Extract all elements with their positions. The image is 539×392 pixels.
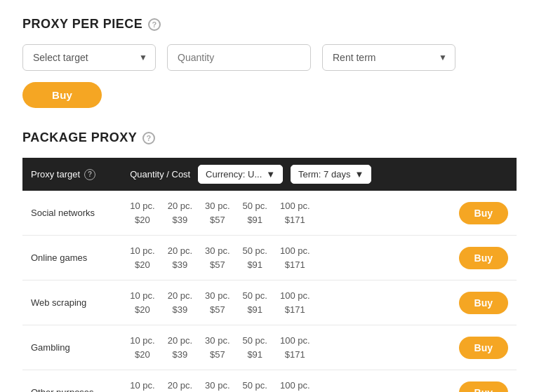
table-cell-target: Other purposes <box>22 370 121 393</box>
rent-term-wrapper: Rent term7 days14 days30 days ▼ <box>322 44 455 71</box>
price-label: $91 <box>247 348 262 362</box>
price-label: $20 <box>135 258 150 272</box>
qty-label: 20 pc. <box>168 289 192 303</box>
price-item: 30 pc.$57 <box>205 199 229 227</box>
price-item: 20 pc.$39 <box>168 199 192 227</box>
table-cell-prices: 10 pc.$2020 pc.$3930 pc.$5750 pc.$91100 … <box>121 325 436 370</box>
proxy-per-piece-section: PROXY PER PIECE ? Select targetSocial ne… <box>22 17 517 108</box>
price-item: 30 pc.$57 <box>205 379 229 392</box>
qty-label: 50 pc. <box>243 379 267 392</box>
currency-dropdown-button[interactable]: Currency: U... ▼ <box>198 165 283 184</box>
th-proxy-target: Proxy target ? <box>22 158 121 191</box>
select-target-wrapper: Select targetSocial networksOnline games… <box>22 44 156 71</box>
package-buy-button[interactable]: Buy <box>459 292 508 314</box>
price-label: $39 <box>173 258 188 272</box>
qty-label: 100 pc. <box>280 289 310 303</box>
price-label: $57 <box>210 348 225 362</box>
currency-chevron-icon: ▼ <box>266 169 275 180</box>
proxy-per-piece-title: PROXY PER PIECE ? <box>22 17 517 32</box>
qty-label: 10 pc. <box>130 244 154 258</box>
price-item: 50 pc.$91 <box>243 334 267 361</box>
price-label: $20 <box>135 348 150 362</box>
package-buy-button[interactable]: Buy <box>459 247 508 269</box>
th-buy-action <box>436 158 517 191</box>
table-cell-buy: Buy <box>436 281 517 325</box>
proxy-per-piece-help-icon[interactable]: ? <box>148 18 161 31</box>
price-label: $171 <box>285 258 305 272</box>
price-item: 30 pc.$57 <box>205 334 229 361</box>
package-proxy-label: PACKAGE PROXY <box>22 130 137 145</box>
table-cell-target: Gambling <box>22 325 121 370</box>
quantity-input[interactable] <box>167 44 311 71</box>
qty-label: 10 pc. <box>130 289 154 303</box>
table-cell-prices: 10 pc.$2020 pc.$3930 pc.$5750 pc.$91100 … <box>121 191 436 236</box>
qty-label: 10 pc. <box>130 199 154 213</box>
table-cell-target: Online games <box>22 236 121 281</box>
table-cell-target: Social networks <box>22 191 121 236</box>
th-proxy-target-help-icon[interactable]: ? <box>84 169 95 180</box>
price-label: $57 <box>210 258 225 272</box>
price-item: 30 pc.$57 <box>205 289 229 316</box>
price-label: $39 <box>173 303 188 317</box>
term-dropdown-label: Term: 7 days <box>298 169 350 180</box>
currency-dropdown-label: Currency: U... <box>206 169 262 180</box>
qty-label: 50 pc. <box>243 334 267 348</box>
price-label: $171 <box>285 348 305 362</box>
price-label: $39 <box>173 348 188 362</box>
term-chevron-icon: ▼ <box>354 169 364 180</box>
price-item: 10 pc.$20 <box>130 199 154 227</box>
table-header-row: Proxy target ? Quantity / Cost Currency:… <box>22 158 517 191</box>
price-item: 100 pc.$171 <box>280 244 310 271</box>
qty-label: 30 pc. <box>205 199 229 213</box>
qty-label: 30 pc. <box>205 334 229 348</box>
price-item: 20 pc.$39 <box>168 334 192 361</box>
package-buy-button[interactable]: Buy <box>459 337 508 359</box>
price-label: $20 <box>135 213 150 227</box>
term-dropdown-button[interactable]: Term: 7 days ▼ <box>291 165 371 184</box>
th-proxy-target-label: Proxy target <box>31 169 80 180</box>
price-label: $57 <box>210 213 225 227</box>
price-label: $91 <box>247 258 262 272</box>
qty-label: 30 pc. <box>205 244 229 258</box>
package-buy-button[interactable]: Buy <box>459 381 508 393</box>
package-proxy-title: PACKAGE PROXY ? <box>22 130 517 145</box>
price-item: 20 pc.$39 <box>168 379 192 392</box>
price-item: 10 pc.$20 <box>130 379 154 392</box>
qty-label: 20 pc. <box>168 334 192 348</box>
package-proxy-help-icon[interactable]: ? <box>142 132 155 144</box>
table-cell-buy: Buy <box>436 325 517 370</box>
proxy-per-piece-form: Select targetSocial networksOnline games… <box>22 44 517 71</box>
table-cell-buy: Buy <box>436 191 517 236</box>
price-label: $39 <box>173 213 188 227</box>
th-quantity-cost-label: Quantity / Cost <box>130 169 190 180</box>
qty-label: 50 pc. <box>243 289 267 303</box>
price-item: 20 pc.$39 <box>168 289 192 316</box>
price-label: $20 <box>135 303 150 317</box>
table-cell-prices: 10 pc.$2020 pc.$3930 pc.$5750 pc.$91100 … <box>121 236 436 281</box>
th-quantity-cost: Quantity / Cost Currency: U... ▼ Term: 7… <box>121 158 436 191</box>
price-item: 30 pc.$57 <box>205 244 229 271</box>
table-cell-buy: Buy <box>436 370 517 393</box>
select-target-dropdown[interactable]: Select targetSocial networksOnline games… <box>22 44 156 71</box>
rent-term-dropdown[interactable]: Rent term7 days14 days30 days <box>322 44 455 71</box>
price-label: $171 <box>285 303 305 317</box>
proxy-per-piece-buy-button[interactable]: Buy <box>22 82 102 108</box>
package-proxy-table: Proxy target ? Quantity / Cost Currency:… <box>22 158 517 392</box>
price-item: 100 pc.$171 <box>280 379 310 392</box>
table-row: Online games10 pc.$2020 pc.$3930 pc.$575… <box>22 236 517 281</box>
qty-label: 50 pc. <box>243 244 267 258</box>
qty-label: 30 pc. <box>205 379 229 392</box>
proxy-per-piece-label: PROXY PER PIECE <box>22 17 142 32</box>
qty-label: 50 pc. <box>243 199 267 213</box>
qty-label: 100 pc. <box>280 334 310 348</box>
price-item: 50 pc.$91 <box>243 379 267 392</box>
package-proxy-section: PACKAGE PROXY ? Proxy target ? Quantity … <box>22 130 517 392</box>
price-item: 100 pc.$171 <box>280 289 310 316</box>
qty-label: 100 pc. <box>280 244 310 258</box>
price-item: 20 pc.$39 <box>168 244 192 271</box>
table-row: Gambling10 pc.$2020 pc.$3930 pc.$5750 pc… <box>22 325 517 370</box>
package-buy-button[interactable]: Buy <box>459 202 508 224</box>
price-item: 50 pc.$91 <box>243 199 267 227</box>
table-row: Social networks10 pc.$2020 pc.$3930 pc.$… <box>22 191 517 236</box>
qty-label: 100 pc. <box>280 379 310 392</box>
